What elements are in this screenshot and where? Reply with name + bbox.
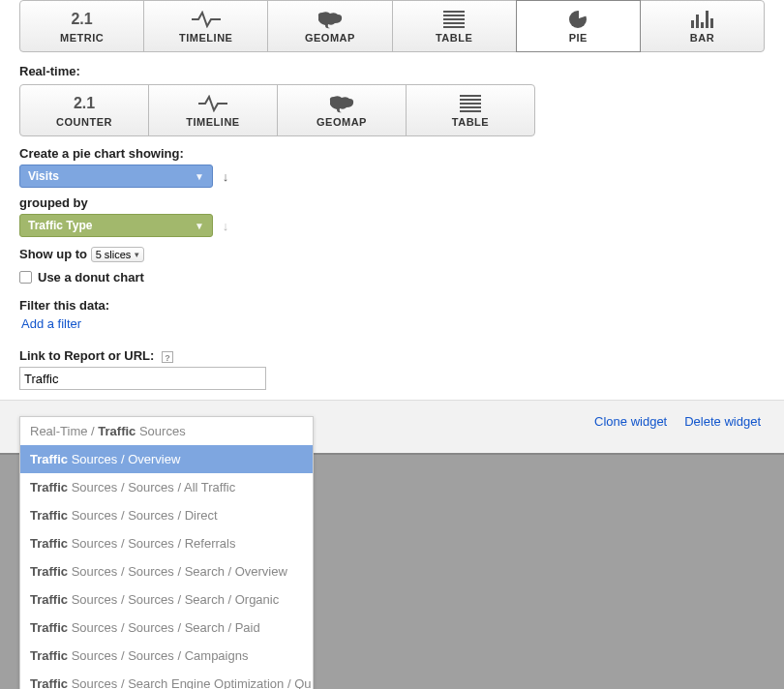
donut-checkbox[interactable] xyxy=(19,271,32,284)
dimension-select[interactable]: Traffic Type ▼ xyxy=(19,214,213,237)
widget-tab-label: TIMELINE xyxy=(186,116,239,128)
widget-tab-label: TABLE xyxy=(452,116,489,128)
dimension-value: Traffic Type xyxy=(28,219,92,232)
autocomplete-item[interactable]: Traffic Sources / Search Engine Optimiza… xyxy=(20,670,313,689)
table-icon xyxy=(443,9,465,30)
widget-tab-geomap[interactable]: GEOMAP xyxy=(277,84,407,136)
widget-tab-timeline[interactable]: TIMELINE xyxy=(148,84,278,136)
autocomplete-item[interactable]: Real-Time / Traffic Sources xyxy=(20,417,313,445)
geomap-icon xyxy=(316,9,345,30)
table-icon xyxy=(460,93,481,114)
autocomplete-item[interactable]: Traffic Sources / Overview xyxy=(20,445,313,473)
realtime-heading: Real-time: xyxy=(0,60,784,84)
bar-icon xyxy=(691,9,713,30)
widget-tab-label: GEOMAP xyxy=(317,116,367,128)
metric-icon: 2.1 xyxy=(74,93,95,114)
metric-value: Visits xyxy=(28,169,59,183)
url-heading: Link to Report or URL: ? xyxy=(19,339,765,367)
widget-type-tabs: 2.1METRICTIMELINEGEOMAPTABLEPIEBAR xyxy=(0,0,784,60)
delete-widget-link[interactable]: Delete widget xyxy=(684,414,761,439)
chevron-down-icon: ▼ xyxy=(195,171,204,182)
widget-tab-label: PIE xyxy=(569,32,588,44)
widget-tab-metric[interactable]: 2.1METRIC xyxy=(19,0,144,52)
widget-editor-panel: 2.1METRICTIMELINEGEOMAPTABLEPIEBAR Real-… xyxy=(0,0,784,455)
widget-tab-table[interactable]: TABLE xyxy=(392,0,517,52)
clone-widget-link[interactable]: Clone widget xyxy=(594,414,667,439)
widget-tab-geomap[interactable]: GEOMAP xyxy=(267,0,392,52)
create-pie-label: Create a pie chart showing: xyxy=(19,146,765,165)
widget-tab-table[interactable]: TABLE xyxy=(406,84,535,136)
widget-tab-label: GEOMAP xyxy=(305,32,355,44)
realtime-type-tabs: 2.1COUNTERTIMELINEGEOMAPTABLE xyxy=(0,84,784,146)
metric-select[interactable]: Visits ▼ xyxy=(19,165,213,188)
chevron-down-icon: ▼ xyxy=(195,221,204,231)
autocomplete-item[interactable]: Traffic Sources / Sources / Direct xyxy=(20,501,313,529)
showup-label: Show up to xyxy=(19,247,87,261)
timeline-icon xyxy=(197,93,228,114)
add-dimension-icon[interactable]: ↓ xyxy=(223,219,229,233)
metric-icon: 2.1 xyxy=(71,9,92,30)
timeline-icon xyxy=(191,9,222,30)
pie-icon xyxy=(568,9,588,30)
widget-tab-timeline[interactable]: TIMELINE xyxy=(143,0,268,52)
autocomplete-item[interactable]: Traffic Sources / Sources / Referrals xyxy=(20,529,313,557)
report-url-input[interactable] xyxy=(19,367,266,390)
autocomplete-item[interactable]: Traffic Sources / Sources / Campaigns xyxy=(20,642,313,670)
filter-heading: Filter this data: xyxy=(19,285,765,316)
widget-tab-counter[interactable]: 2.1COUNTER xyxy=(19,84,149,136)
autocomplete-item[interactable]: Traffic Sources / Sources / Search / Pai… xyxy=(20,614,313,642)
url-autocomplete: Real-Time / Traffic SourcesTraffic Sourc… xyxy=(19,416,314,689)
widget-tab-label: TABLE xyxy=(436,32,472,44)
autocomplete-item[interactable]: Traffic Sources / Sources / All Traffic xyxy=(20,473,313,501)
widget-tab-bar[interactable]: BAR xyxy=(640,0,765,52)
widget-tab-label: BAR xyxy=(690,32,714,44)
autocomplete-item[interactable]: Traffic Sources / Sources / Search / Org… xyxy=(20,585,313,614)
slices-value: 5 slices xyxy=(96,249,132,260)
add-filter-link[interactable]: Add a filter xyxy=(19,316,81,331)
autocomplete-item[interactable]: Traffic Sources / Sources / Search / Ove… xyxy=(20,557,313,585)
add-metric-icon[interactable]: ↓ xyxy=(223,169,229,184)
widget-tab-label: COUNTER xyxy=(56,116,112,128)
geomap-icon xyxy=(327,93,356,114)
grouped-by-label: grouped by xyxy=(19,195,765,210)
widget-tab-label: TIMELINE xyxy=(179,32,232,44)
help-icon[interactable]: ? xyxy=(162,351,173,363)
chevron-updown-icon: ▾ xyxy=(135,250,139,259)
donut-label: Use a donut chart xyxy=(38,270,144,285)
widget-tab-pie[interactable]: PIE xyxy=(516,0,641,52)
widget-tab-label: METRIC xyxy=(60,32,104,44)
slices-select[interactable]: 5 slices ▾ xyxy=(91,247,145,262)
